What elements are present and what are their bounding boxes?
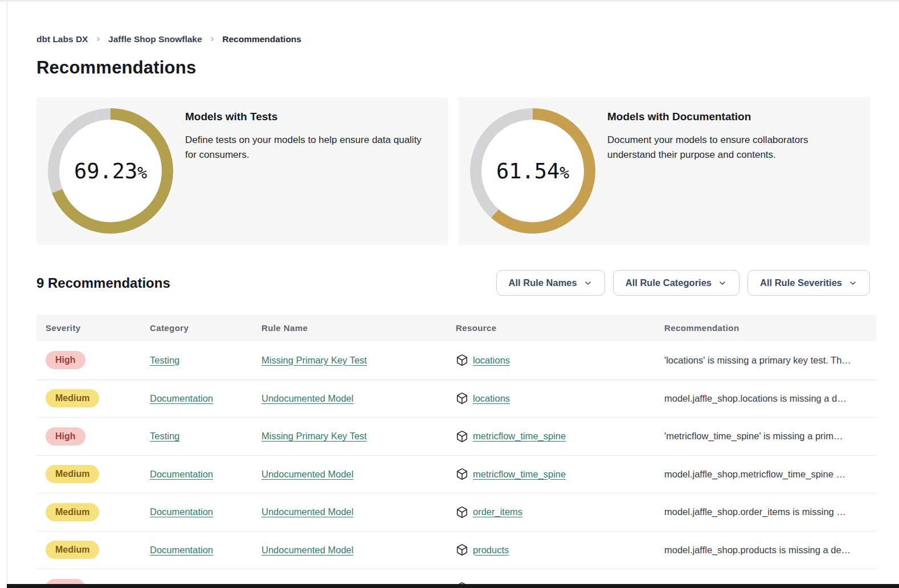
documentation-donut-chart: 61.54% (470, 108, 595, 234)
tests-card-title: Models with Tests (185, 111, 431, 123)
summary-cards: 69.23% Models with Tests Define tests on… (36, 97, 870, 245)
model-cube-icon (456, 354, 468, 366)
tests-percentage: 69.23% (74, 159, 147, 183)
tests-card-description: Define tests on your models to help ensu… (185, 133, 431, 163)
table-header-row: Severity Category Rule Name Resource Rec… (36, 315, 877, 341)
tests-donut-center: 69.23% (59, 120, 162, 222)
chevron-down-icon (718, 279, 727, 288)
rule-categories-filter-dropdown[interactable]: All Rule Categories (613, 270, 739, 296)
category-link[interactable]: Testing (150, 355, 179, 365)
chevron-down-icon (848, 279, 857, 288)
category-link[interactable]: Documentation (150, 545, 213, 555)
severity-badge: Medium (46, 389, 99, 407)
rule-names-filter-dropdown[interactable]: All Rule Names (496, 270, 605, 296)
table-row: Medium Documentation Undocumented Model … (36, 455, 877, 493)
tests-donut-chart: 69.23% (48, 108, 173, 234)
resource-link[interactable]: metricflow_time_spine (473, 431, 566, 442)
column-header-rule-name: Rule Name (261, 323, 456, 333)
rule-name-link[interactable]: Undocumented Model (261, 507, 353, 517)
table-row: Medium Documentation Undocumented Model … (36, 531, 877, 569)
category-link[interactable]: Testing (150, 431, 179, 441)
breadcrumb-item-recommendations: Recommendations (222, 34, 301, 44)
rule-name-link[interactable]: Undocumented Model (261, 469, 353, 479)
rule-categories-filter-label: All Rule Categories (626, 277, 712, 288)
rule-name-link[interactable]: Undocumented Model (261, 393, 353, 403)
documentation-card-description: Document your models to ensure collabora… (607, 133, 853, 163)
column-header-recommendation: Recommendation (664, 323, 877, 333)
resource-link[interactable]: order_items (473, 507, 522, 517)
column-header-resource: Resource (456, 323, 664, 333)
rule-name-link[interactable]: Missing Primary Key Test (261, 355, 367, 365)
severity-badge: Medium (46, 465, 99, 483)
rule-severities-filter-dropdown[interactable]: All Rule Severities (747, 270, 870, 296)
list-header: 9 Recommendations All Rule Names All Rul… (36, 270, 870, 296)
models-with-tests-card: 69.23% Models with Tests Define tests on… (36, 97, 448, 245)
bottom-cutoff-strip (7, 584, 899, 588)
table-row: Medium Documentation Undocumented Model … (36, 379, 877, 418)
recommendations-table: Severity Category Rule Name Resource Rec… (36, 315, 877, 588)
model-cube-icon (456, 392, 468, 405)
resource-link[interactable]: locations (473, 355, 510, 366)
resource-link[interactable]: metricflow_time_spine (473, 469, 566, 480)
models-with-documentation-card: 61.54% Models with Documentation Documen… (459, 97, 870, 245)
breadcrumb-item-dbt-labs-dx[interactable]: dbt Labs DX (36, 34, 88, 44)
table-row: Medium Documentation Undocumented Model … (36, 493, 877, 531)
chevron-down-icon (583, 279, 592, 288)
recommendation-text: 'metricflow_time_spine' is missing a pri… (664, 431, 877, 442)
documentation-card-title: Models with Documentation (607, 111, 853, 123)
table-row: High Testing Missing Primary Key Test lo… (36, 341, 877, 379)
recommendation-text: model.jaffle_shop.products is missing a … (664, 545, 877, 556)
chevron-right-icon: › (96, 33, 100, 44)
breadcrumb-item-jaffle-shop-snowflake[interactable]: Jaffle Shop Snowflake (108, 34, 202, 44)
documentation-card-text: Models with Documentation Document your … (607, 111, 853, 163)
breadcrumb: dbt Labs DX › Jaffle Shop Snowflake › Re… (36, 34, 899, 45)
severity-badge: High (46, 351, 85, 369)
rule-name-link[interactable]: Undocumented Model (261, 545, 353, 555)
recommendations-page: dbt Labs DX › Jaffle Shop Snowflake › Re… (7, 2, 899, 588)
severity-badge: High (46, 427, 85, 446)
category-link[interactable]: Documentation (150, 393, 213, 403)
category-link[interactable]: Documentation (150, 469, 213, 479)
model-cube-icon (456, 506, 468, 518)
recommendations-count: 9 Recommendations (36, 275, 170, 291)
rule-names-filter-label: All Rule Names (509, 277, 577, 288)
column-header-category: Category (150, 323, 261, 333)
rule-severities-filter-label: All Rule Severities (760, 277, 842, 288)
resource-link[interactable]: locations (473, 393, 510, 404)
documentation-percentage: 61.54% (496, 159, 569, 183)
resource-link[interactable]: products (473, 545, 509, 556)
model-cube-icon (456, 544, 468, 556)
severity-badge: Medium (46, 541, 99, 559)
rule-name-link[interactable]: Missing Primary Key Test (261, 431, 367, 441)
table-row: High Testing Missing Primary Key Test me… (36, 417, 877, 455)
recommendation-text: model.jaffle_shop.order_items is missing… (664, 507, 877, 517)
recommendation-text: model.jaffle_shop.locations is missing a… (664, 393, 877, 404)
category-link[interactable]: Documentation (150, 507, 213, 517)
documentation-donut-center: 61.54% (481, 120, 584, 222)
page-title: Recommendations (36, 58, 899, 78)
severity-badge: Medium (46, 503, 99, 521)
tests-card-text: Models with Tests Define tests on your m… (185, 111, 431, 163)
chevron-right-icon: › (211, 33, 214, 44)
recommendation-text: 'locations' is missing a primary key tes… (664, 355, 877, 366)
recommendation-text: model.jaffle_shop.metricflow_time_spine … (664, 469, 877, 480)
model-cube-icon (456, 468, 468, 480)
model-cube-icon (456, 430, 468, 443)
filter-bar: All Rule Names All Rule Categories All R… (496, 270, 870, 296)
column-header-severity: Severity (46, 323, 150, 333)
